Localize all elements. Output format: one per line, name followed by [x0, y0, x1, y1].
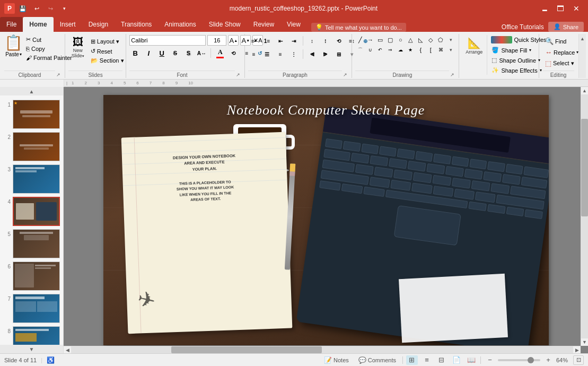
tab-transitions[interactable]: Transitions — [115, 17, 158, 32]
tab-animations[interactable]: Animations — [158, 17, 202, 32]
slide-panel-scroll-up[interactable]: ▲ — [0, 87, 63, 95]
bold-button[interactable]: B — [129, 47, 141, 59]
horizontal-scroll-track[interactable] — [71, 346, 573, 353]
numbering-button[interactable]: 1≡ — [261, 35, 273, 47]
scroll-left-button[interactable]: ◀ — [64, 347, 71, 353]
shape-arrow[interactable]: → — [365, 35, 375, 45]
col-btn3[interactable]: ⫸ — [320, 48, 331, 60]
select-button[interactable]: ⬚ Select ▾ — [542, 58, 577, 68]
vertical-scroll-track[interactable] — [581, 94, 588, 338]
arrange-button[interactable]: 📐 Arrange — [462, 35, 486, 56]
section-button[interactable]: 📂Section ▾ — [89, 56, 126, 65]
tab-view[interactable]: View — [280, 17, 307, 32]
slide-thumb-3[interactable]: 3 — [3, 164, 60, 194]
col-btn4[interactable]: ⊞ — [333, 48, 345, 60]
zoom-out-button[interactable]: − — [484, 355, 496, 365]
shadow-button[interactable]: S — [182, 47, 194, 59]
save-button[interactable]: 💾 — [17, 3, 29, 14]
tab-design[interactable]: Design — [82, 17, 115, 32]
slide-thumb-5[interactable]: 5 — [3, 229, 60, 258]
shape-bracket[interactable]: [ — [426, 45, 435, 55]
clipboard-dialog-launcher[interactable]: ↗ — [55, 72, 62, 78]
shape-brace[interactable]: { — [416, 45, 425, 55]
tab-file[interactable]: File — [0, 17, 23, 32]
font-color-button[interactable]: A — [214, 47, 226, 59]
fit-slide-button[interactable]: ⊡ — [573, 355, 584, 365]
col-btn2[interactable]: ⫷ — [306, 48, 318, 60]
share-button[interactable]: 👤 Share — [548, 22, 584, 32]
replace-button[interactable]: ↔ Replace ▾ — [542, 47, 581, 57]
drawing-dialog-launcher[interactable]: ↗ — [449, 72, 455, 78]
scroll-up-button[interactable]: ▲ — [581, 87, 588, 94]
slide-panel-scroll-down[interactable]: ▼ — [0, 345, 63, 353]
redo-button[interactable]: ↪ — [45, 3, 56, 14]
text-direction-para-button[interactable]: ⟲ — [333, 35, 345, 47]
comments-button[interactable]: 💬 Comments — [355, 355, 399, 365]
shape-cloud[interactable]: ☁ — [396, 45, 405, 55]
new-slide-button[interactable]: 🖼 New Slide▾ — [68, 35, 87, 60]
tab-insert[interactable]: Insert — [54, 17, 82, 32]
zoom-thumb[interactable] — [528, 357, 534, 363]
zoom-slider[interactable] — [498, 359, 540, 361]
normal-view-button[interactable]: ⊞ — [406, 355, 418, 365]
char-spacing-button[interactable]: A↔ — [196, 47, 207, 59]
shape-circle[interactable]: ○ — [396, 35, 405, 45]
slide-thumb-4[interactable]: 4 — [3, 197, 60, 226]
slide-thumb-6[interactable]: 6 — [3, 262, 60, 291]
ribbon-collapse-button[interactable]: ▲ — [578, 34, 586, 78]
font-dialog-launcher[interactable]: ↗ — [235, 72, 241, 78]
shape-star[interactable]: ★ — [406, 45, 415, 55]
slide-thumb-7[interactable]: 7 — [3, 294, 60, 323]
paragraph-dialog-launcher[interactable]: ↗ — [342, 72, 348, 78]
tab-review[interactable]: Review — [247, 17, 280, 32]
shape-custom[interactable]: ⌘ — [436, 45, 445, 55]
shape-rt-triangle[interactable]: ◺ — [416, 35, 425, 45]
shape-pentagon[interactable]: ⬠ — [436, 35, 445, 45]
reading-view-button[interactable]: 📖 — [466, 355, 477, 365]
shape-round-rect[interactable]: ▢ — [385, 35, 395, 45]
outline-view-button[interactable]: ≡ — [421, 355, 433, 365]
tab-home[interactable]: Home — [23, 17, 53, 32]
shape-triangle[interactable]: △ — [406, 35, 415, 45]
layout-button[interactable]: ⊞Layout ▾ — [89, 37, 126, 46]
scroll-right-button[interactable]: ▶ — [573, 347, 581, 353]
shape-block[interactable]: ⇒ — [385, 45, 395, 55]
notes-page-button[interactable]: 📄 — [451, 355, 462, 365]
shape-bend[interactable]: ↶ — [375, 45, 385, 55]
minimize-button[interactable]: 🗕 — [537, 1, 552, 16]
slide-thumb-8[interactable]: 8 — [3, 326, 60, 345]
vertical-scroll-thumb[interactable] — [581, 119, 588, 216]
customize-quick-access-button[interactable]: ▾ — [58, 3, 70, 14]
shape-more2[interactable]: ▾ — [446, 45, 455, 55]
slide-thumb-2[interactable]: 2 — [3, 132, 60, 161]
align-right-button[interactable]: ≡ — [275, 48, 286, 60]
decrease-indent-button[interactable]: ⇤ — [275, 35, 286, 47]
shape-rect[interactable]: ▭ — [375, 35, 385, 45]
line-spacing-button[interactable]: ↕ — [306, 35, 318, 47]
notes-button[interactable]: 📝 Notes — [321, 355, 352, 365]
zoom-in-button[interactable]: + — [542, 355, 554, 365]
strikethrough-button[interactable]: S — [169, 47, 181, 59]
paste-dropdown[interactable]: Paste▾ — [5, 51, 22, 57]
shape-curve[interactable]: ⌒ — [355, 45, 365, 55]
justify-button[interactable]: ⋮ — [288, 48, 300, 60]
shape-diamond[interactable]: ◇ — [426, 35, 435, 45]
reset-button[interactable]: ↺Reset — [89, 47, 126, 56]
maximize-button[interactable]: 🗖 — [553, 1, 568, 16]
increase-indent-button[interactable]: ⇥ — [288, 35, 300, 47]
shape-more[interactable]: ▾ — [446, 35, 455, 45]
italic-button[interactable]: I — [143, 47, 154, 59]
bullets-button[interactable]: ≡• — [248, 35, 260, 47]
shape-arc[interactable]: ∪ — [365, 45, 375, 55]
undo-button[interactable]: ↩ — [31, 3, 42, 14]
font-size-input[interactable] — [207, 35, 226, 46]
tab-slideshow[interactable]: Slide Show — [203, 17, 247, 32]
text-direction-button[interactable]: ⟲ — [227, 47, 239, 59]
underline-button[interactable]: U — [156, 47, 168, 59]
close-button[interactable]: ✕ — [569, 1, 584, 16]
tell-me-input[interactable]: 💡 Tell me what you want to do... — [311, 23, 406, 32]
office-tutorials-button[interactable]: Office Tutorials — [502, 23, 544, 31]
canvas-area[interactable]: Notebook Computer Sketch Page — [64, 87, 588, 353]
grow-font-button[interactable]: A▲ — [228, 35, 239, 46]
shape-line[interactable]: ╱ — [355, 35, 365, 45]
